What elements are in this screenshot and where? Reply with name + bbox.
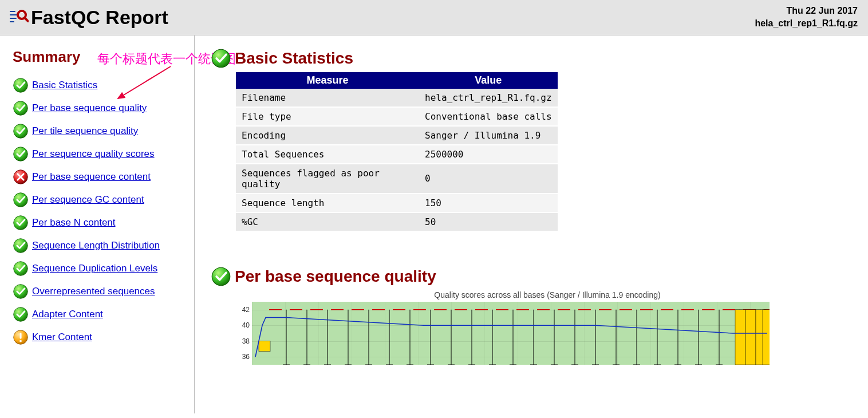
table-row: File typeConventional base calls bbox=[236, 107, 558, 126]
cell-value: 0 bbox=[419, 164, 558, 194]
summary-sidebar: Summary Basic StatisticsPer base sequenc… bbox=[0, 36, 195, 413]
tick-icon bbox=[13, 238, 29, 254]
cell-measure: Sequences flagged as poor quality bbox=[236, 164, 419, 194]
fastqc-logo-icon bbox=[8, 7, 29, 27]
summary-link[interactable]: Sequence Duplication Levels bbox=[32, 263, 157, 274]
module-basic-statistics: Basic Statistics Measure Value Filenameh… bbox=[211, 48, 858, 232]
cross-icon bbox=[13, 169, 29, 185]
chart-title: Quality scores across all bases (Sanger … bbox=[237, 290, 858, 299]
svg-rect-82 bbox=[745, 310, 756, 365]
cell-measure: File type bbox=[236, 107, 419, 126]
summary-item: Sequence Duplication Levels bbox=[13, 261, 184, 277]
tick-icon bbox=[211, 48, 231, 69]
page-header: FastQC Report Thu 22 Jun 2017 hela_ctrl_… bbox=[0, 0, 868, 36]
tick-icon bbox=[13, 192, 29, 208]
summary-item: Per sequence quality scores bbox=[13, 146, 184, 162]
col-measure: Measure bbox=[236, 72, 419, 89]
table-row: Total Sequences2500000 bbox=[236, 145, 558, 164]
cell-measure: Sequence length bbox=[236, 194, 419, 212]
summary-link[interactable]: Per sequence GC content bbox=[32, 194, 144, 206]
cell-measure: Filename bbox=[236, 89, 419, 107]
summary-link[interactable]: Per base N content bbox=[32, 217, 116, 228]
cell-value: Sanger / Illumina 1.9 bbox=[419, 126, 558, 145]
module-title: Basic Statistics bbox=[235, 49, 353, 68]
summary-item: Per base sequence content bbox=[13, 169, 184, 185]
tick-icon bbox=[13, 306, 29, 322]
report-filename: hela_ctrl_rep1_R1.fq.gz bbox=[755, 17, 858, 30]
summary-link[interactable]: Kmer Content bbox=[32, 332, 92, 343]
cell-value: Conventional base calls bbox=[419, 107, 558, 126]
module-title: Per base sequence quality bbox=[235, 267, 436, 286]
tick-icon bbox=[211, 266, 231, 287]
summary-item: Sequence Length Distribution bbox=[13, 238, 184, 254]
tick-icon bbox=[13, 146, 29, 162]
svg-rect-84 bbox=[763, 310, 770, 365]
summary-item: Per base N content bbox=[13, 215, 184, 231]
summary-item: Adapter Content bbox=[13, 306, 184, 322]
cell-measure: %GC bbox=[236, 212, 419, 231]
cell-measure: Total Sequences bbox=[236, 145, 419, 164]
basic-stats-table: Measure Value Filenamehela_ctrl_rep1_R1.… bbox=[236, 72, 558, 232]
quality-chart: 36384042 bbox=[237, 302, 770, 365]
tick-icon bbox=[13, 123, 29, 139]
summary-heading: Summary bbox=[13, 48, 184, 66]
summary-link[interactable]: Per base sequence quality bbox=[32, 102, 147, 114]
summary-link[interactable]: Per tile sequence quality bbox=[32, 125, 138, 137]
summary-link[interactable]: Per base sequence content bbox=[32, 171, 151, 183]
summary-item: Per base sequence quality bbox=[13, 100, 184, 116]
svg-rect-80 bbox=[259, 341, 270, 352]
tick-icon bbox=[13, 77, 29, 93]
page-title: FastQC Report bbox=[31, 6, 168, 29]
summary-item: Per sequence GC content bbox=[13, 192, 184, 208]
tick-icon bbox=[13, 283, 29, 299]
warning-icon bbox=[13, 329, 29, 345]
table-row: Filenamehela_ctrl_rep1_R1.fq.gz bbox=[236, 89, 558, 107]
table-row: Sequence length150 bbox=[236, 194, 558, 212]
summary-link[interactable]: Overrepresented sequences bbox=[32, 286, 155, 297]
table-row: %GC50 bbox=[236, 212, 558, 231]
cell-value: hela_ctrl_rep1_R1.fq.gz bbox=[419, 89, 558, 107]
table-row: Sequences flagged as poor quality0 bbox=[236, 164, 558, 194]
table-row: EncodingSanger / Illumina 1.9 bbox=[236, 126, 558, 145]
summary-item: Overrepresented sequences bbox=[13, 283, 184, 299]
cell-measure: Encoding bbox=[236, 126, 419, 145]
cell-value: 150 bbox=[419, 194, 558, 212]
summary-link[interactable]: Basic Statistics bbox=[32, 80, 97, 91]
tick-icon bbox=[13, 261, 29, 277]
summary-item: Per tile sequence quality bbox=[13, 123, 184, 139]
summary-link[interactable]: Per sequence quality scores bbox=[32, 148, 155, 160]
tick-icon bbox=[13, 100, 29, 116]
col-value: Value bbox=[419, 72, 558, 89]
summary-item: Basic Statistics bbox=[13, 77, 184, 93]
summary-link[interactable]: Adapter Content bbox=[32, 309, 103, 320]
tick-icon bbox=[13, 215, 29, 231]
report-date: Thu 22 Jun 2017 bbox=[755, 5, 858, 17]
summary-item: Kmer Content bbox=[13, 329, 184, 345]
cell-value: 50 bbox=[419, 212, 558, 231]
module-per-base-quality: Per base sequence quality Quality scores… bbox=[211, 266, 858, 365]
svg-rect-81 bbox=[735, 310, 745, 365]
summary-link[interactable]: Sequence Length Distribution bbox=[32, 240, 160, 251]
main-content: Basic Statistics Measure Value Filenameh… bbox=[195, 36, 868, 413]
cell-value: 2500000 bbox=[419, 145, 558, 164]
